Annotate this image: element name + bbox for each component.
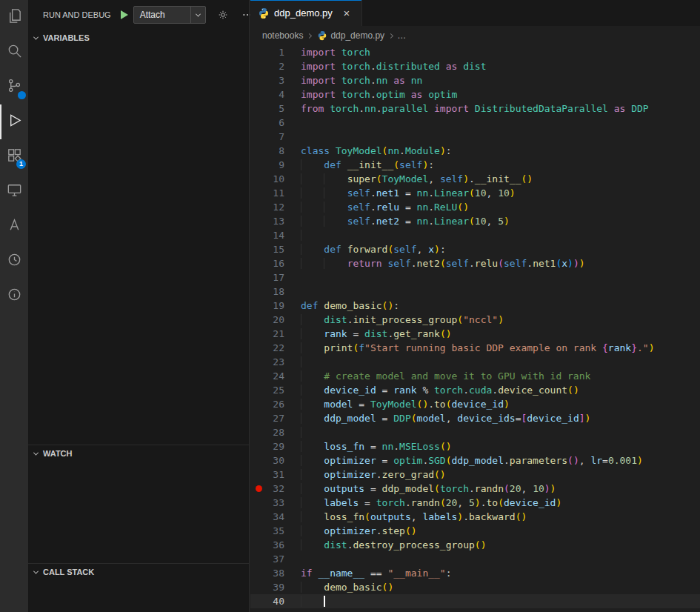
gutter[interactable]: 13 bbox=[250, 214, 301, 228]
debug-config-label: Attach bbox=[134, 10, 190, 20]
variables-section-header[interactable]: VARIABLES bbox=[28, 30, 249, 46]
sidebar-item-search[interactable] bbox=[0, 35, 28, 70]
gutter[interactable]: 16 bbox=[250, 256, 301, 270]
sidebar-item-extension-b[interactable] bbox=[0, 244, 28, 279]
tab-ddp-demo-py[interactable]: ddp_demo.py × bbox=[250, 0, 362, 26]
chevron-down-icon bbox=[33, 568, 39, 573]
line-number: 24 bbox=[273, 369, 284, 383]
files-icon bbox=[6, 7, 23, 27]
variables-section: VARIABLES bbox=[28, 30, 249, 445]
close-tab-icon[interactable]: × bbox=[339, 6, 354, 21]
gutter[interactable]: 23 bbox=[250, 355, 301, 369]
code-line: 23 bbox=[250, 355, 700, 369]
code-area[interactable]: 1import torch2import torch.distributed a… bbox=[250, 45, 700, 612]
gutter[interactable]: 32 bbox=[250, 482, 301, 496]
gutter[interactable]: 29 bbox=[250, 439, 301, 453]
gutter[interactable]: 36 bbox=[250, 538, 301, 552]
gutter[interactable]: 39 bbox=[250, 580, 301, 594]
gutter[interactable]: 22 bbox=[250, 341, 301, 355]
line-number: 8 bbox=[279, 144, 284, 158]
gutter[interactable]: 15 bbox=[250, 242, 301, 256]
gutter[interactable]: 5 bbox=[250, 102, 301, 116]
code-line: 39 demo_basic() bbox=[250, 580, 700, 594]
code-line: 19def demo_basic(): bbox=[250, 299, 700, 313]
gutter[interactable]: 7 bbox=[250, 130, 301, 144]
sidebar-item-extension-c[interactable] bbox=[0, 279, 28, 313]
gutter[interactable]: 2 bbox=[250, 59, 301, 73]
code-line: 15 def forward(self, x): bbox=[250, 242, 700, 256]
line-number: 37 bbox=[273, 552, 284, 566]
sidebar-item-source-control[interactable] bbox=[0, 70, 28, 104]
gutter[interactable]: 3 bbox=[250, 73, 301, 87]
gutter[interactable]: 31 bbox=[250, 468, 301, 482]
line-number: 19 bbox=[273, 299, 284, 313]
call-stack-section-header[interactable]: CALL STACK bbox=[28, 564, 249, 580]
gutter[interactable]: 37 bbox=[250, 552, 301, 566]
gutter[interactable]: 1 bbox=[250, 45, 301, 59]
gutter[interactable]: 6 bbox=[250, 116, 301, 130]
line-number: 33 bbox=[273, 496, 284, 510]
code-line: 37 bbox=[250, 552, 700, 566]
debug-config-dropdown[interactable]: Attach bbox=[133, 6, 206, 24]
line-number: 17 bbox=[273, 270, 284, 285]
line-number: 31 bbox=[273, 468, 284, 482]
gutter[interactable]: 21 bbox=[250, 327, 301, 341]
gutter[interactable]: 11 bbox=[250, 186, 301, 200]
gutter[interactable]: 9 bbox=[250, 158, 301, 172]
gutter[interactable]: 40 bbox=[250, 594, 301, 608]
sidebar-item-remote-explorer[interactable] bbox=[0, 174, 28, 209]
code-line: 22 print(f"Start running basic DDP examp… bbox=[250, 341, 700, 355]
chevron-down-icon bbox=[33, 34, 39, 39]
line-number: 10 bbox=[273, 172, 284, 186]
gutter[interactable]: 38 bbox=[250, 566, 301, 580]
gutter[interactable]: 25 bbox=[250, 383, 301, 397]
sidebar-item-extensions[interactable]: 1 bbox=[0, 139, 28, 174]
gutter[interactable]: 14 bbox=[250, 228, 301, 242]
line-number: 12 bbox=[273, 200, 284, 214]
code-line: 38if __name__ == "__main__": bbox=[250, 566, 700, 580]
code-line: 34 loss_fn(outputs, labels).backward() bbox=[250, 510, 700, 524]
gutter[interactable]: 24 bbox=[250, 369, 301, 383]
gutter[interactable]: 28 bbox=[250, 425, 301, 439]
run-debug-sidebar: RUN AND DEBUG Attach VARIABLES bbox=[28, 0, 250, 612]
line-number: 29 bbox=[273, 439, 284, 453]
breadcrumb-folder[interactable]: notebooks bbox=[262, 30, 303, 41]
breadcrumb-symbol[interactable]: … bbox=[397, 30, 406, 41]
breakpoint-icon[interactable] bbox=[256, 485, 262, 492]
gutter[interactable]: 18 bbox=[250, 285, 301, 299]
gutter[interactable]: 35 bbox=[250, 524, 301, 538]
breadcrumb-file[interactable]: ddp_demo.py bbox=[330, 30, 384, 41]
sidebar-item-explorer[interactable] bbox=[0, 0, 28, 35]
gutter[interactable]: 19 bbox=[250, 299, 301, 313]
gutter[interactable]: 33 bbox=[250, 496, 301, 510]
line-number: 27 bbox=[273, 411, 284, 425]
gutter[interactable]: 8 bbox=[250, 144, 301, 158]
line-number: 14 bbox=[273, 228, 284, 242]
line-number: 3 bbox=[279, 73, 284, 87]
variables-section-body bbox=[28, 46, 249, 445]
sidebar-item-extension-a[interactable] bbox=[0, 209, 28, 244]
variables-section-label: VARIABLES bbox=[43, 33, 90, 42]
gutter[interactable]: 10 bbox=[250, 172, 301, 186]
debug-settings-gear-icon[interactable] bbox=[216, 7, 230, 22]
code-line: 33 labels = torch.randn(20, 5).to(device… bbox=[250, 496, 700, 510]
gutter[interactable]: 17 bbox=[250, 270, 301, 285]
start-debugging-button[interactable] bbox=[121, 10, 128, 19]
watch-section-header[interactable]: WATCH bbox=[28, 445, 249, 462]
line-number: 2 bbox=[279, 59, 284, 73]
code-line: 1import torch bbox=[250, 45, 700, 59]
tab-label: ddp_demo.py bbox=[274, 7, 333, 19]
code-line: 36 dist.destroy_process_group() bbox=[250, 538, 700, 552]
gutter[interactable]: 27 bbox=[250, 411, 301, 425]
gutter[interactable]: 20 bbox=[250, 313, 301, 327]
editor-group: ddp_demo.py × notebooks ddp_demo.py … 1i… bbox=[250, 0, 700, 612]
line-number: 5 bbox=[279, 102, 284, 116]
gutter[interactable]: 4 bbox=[250, 87, 301, 102]
gutter[interactable]: 26 bbox=[250, 397, 301, 411]
gutter[interactable]: 30 bbox=[250, 453, 301, 468]
call-stack-section: CALL STACK bbox=[28, 563, 249, 612]
gutter[interactable]: 12 bbox=[250, 200, 301, 214]
gutter[interactable]: 34 bbox=[250, 510, 301, 524]
code-line: 31 optimizer.zero_grad() bbox=[250, 468, 700, 482]
sidebar-item-run-and-debug[interactable] bbox=[0, 104, 28, 139]
